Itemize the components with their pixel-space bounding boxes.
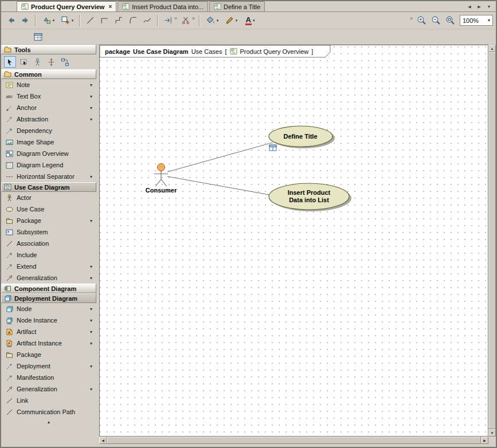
palette-item-generalization-deployment[interactable]: Generalization ▾ <box>1 383 96 395</box>
stick-figure-tool-button[interactable] <box>32 56 44 68</box>
diagram-icon <box>122 3 130 10</box>
font-color-button[interactable]: A ▾ <box>241 14 259 27</box>
shapes-dropdown-button[interactable]: ▾ <box>39 14 57 27</box>
bent-path-button[interactable] <box>112 14 126 27</box>
chevron-down-icon[interactable]: ▾ <box>88 218 94 223</box>
tab-insert-product-data[interactable]: Insert Product Data into... <box>118 1 208 11</box>
distribute-tool-button[interactable] <box>45 56 57 68</box>
zoom-out-button[interactable] <box>429 14 443 27</box>
palette-section-use-case-diagram[interactable]: Use Case Diagram <box>1 182 96 192</box>
palette-item-subsystem[interactable]: Subsystem ▾ <box>1 226 96 238</box>
fill-color-button[interactable]: ▾ <box>203 14 221 27</box>
zoom-in-button[interactable] <box>414 14 428 27</box>
palette-item-link[interactable]: Link ▾ <box>1 395 96 406</box>
oblique-path-button[interactable] <box>83 14 97 27</box>
insert-shape-dropdown-button[interactable]: ▾ <box>58 14 76 27</box>
palette-item-image-shape[interactable]: Image Shape ▾ <box>1 136 96 148</box>
package-icon <box>5 351 13 359</box>
palette-item-anchor[interactable]: Anchor ▾ <box>1 102 96 113</box>
palette-item-use-case[interactable]: Use Case ▾ <box>1 203 96 215</box>
palette-item-generalization[interactable]: Generalization ▾ <box>1 272 96 284</box>
palette-section-common[interactable]: Common <box>1 69 96 79</box>
grid-toggle-button[interactable] <box>31 30 45 44</box>
palette-item-artifact-instance[interactable]: A Artifact Instance ▾ <box>1 337 96 349</box>
overflow-chevron-icon[interactable]: » <box>192 15 195 21</box>
scroll-tabs-right-button[interactable]: ▶ <box>475 3 483 10</box>
zoom-fit-button[interactable] <box>443 14 457 27</box>
vertical-scroll-thumb[interactable] <box>488 52 496 429</box>
link-badge-icon[interactable] <box>269 145 276 151</box>
palette-section-deployment-diagram[interactable]: Deployment Diagram <box>1 293 96 303</box>
scroll-left-button[interactable]: ◀ <box>99 437 107 444</box>
tab-list-button[interactable]: ▼ <box>485 3 493 10</box>
tab-define-a-title[interactable]: Define a Title <box>209 1 265 11</box>
scroll-up-button[interactable]: ▲ <box>488 45 496 52</box>
chevron-down-icon[interactable]: ▾ <box>88 264 94 269</box>
use-case-insert-product-data[interactable]: Insert Product Data into List <box>269 183 351 211</box>
canvas-zone: Define Title Insert Product Data into Li… <box>96 45 496 447</box>
chevron-down-icon[interactable]: ▾ <box>88 94 94 99</box>
horizontal-scrollbar[interactable]: ◀ ▶ <box>99 437 488 444</box>
zoom-level-select[interactable]: 100% ▾ <box>460 15 493 26</box>
marquee-tool-button[interactable] <box>18 56 30 68</box>
actor-consumer[interactable]: Consumer <box>146 164 177 194</box>
diagram-canvas[interactable]: Define Title Insert Product Data into Li… <box>99 45 488 437</box>
chevron-down-icon[interactable]: ▾ <box>88 329 94 335</box>
close-tab-button[interactable]: × <box>107 4 112 10</box>
association-line-1[interactable] <box>167 143 272 172</box>
vertical-scrollbar[interactable]: ▲ ▼ <box>488 45 496 437</box>
association-line-2[interactable] <box>167 176 269 195</box>
palette-item-package[interactable]: Package ▾ <box>1 215 96 226</box>
chevron-down-icon[interactable]: ▾ <box>88 105 94 111</box>
palette-item-actor[interactable]: Actor ▾ <box>1 192 96 203</box>
palette-item-deployment[interactable]: Deployment ▾ <box>1 360 96 372</box>
pen-color-button[interactable]: ▾ <box>222 14 240 27</box>
palette-item-extend[interactable]: Extend ▾ <box>1 261 96 272</box>
palette-item-include[interactable]: Include ▾ <box>1 249 96 261</box>
back-button[interactable] <box>4 14 18 27</box>
scroll-down-button[interactable]: ▼ <box>488 429 496 437</box>
use-case-define-title[interactable]: Define Title <box>269 126 335 148</box>
palette-scroll-up-button[interactable]: ▲ <box>1 418 96 426</box>
chevron-down-icon[interactable]: ▾ <box>88 387 94 392</box>
rounded-path-button[interactable] <box>126 14 140 27</box>
chevron-down-icon[interactable]: ▾ <box>88 174 94 179</box>
scroll-tabs-left-button[interactable]: ◀ <box>465 3 473 10</box>
palette-section-title: Deployment Diagram <box>14 295 77 302</box>
palette-item-node[interactable]: Node ▾ <box>1 303 96 315</box>
palette-item-abstraction[interactable]: Abstraction ▾ <box>1 113 96 125</box>
palette-item-diagram-legend[interactable]: Diagram Legend ▾ <box>1 159 96 171</box>
palette-item-artifact[interactable]: A Artifact ▾ <box>1 326 96 337</box>
horizontal-scroll-thumb[interactable] <box>107 437 481 444</box>
chevron-down-icon[interactable]: ▾ <box>88 364 94 369</box>
palette-item-manifestation[interactable]: Manifestation ▾ <box>1 372 96 383</box>
palette-item-association[interactable]: Association ▾ <box>1 238 96 249</box>
arrow-style-button[interactable] <box>161 14 175 27</box>
palette-item-diagram-overview[interactable]: Diagram Overview ▾ <box>1 148 96 159</box>
tab-product-query-overview[interactable]: Product Query Overview × <box>17 1 116 11</box>
palette-item-note[interactable]: Note ▾ <box>1 79 96 91</box>
rectilinear-path-button[interactable] <box>97 14 111 27</box>
cut-button[interactable] <box>179 14 193 27</box>
palette-item-dependency[interactable]: Dependency ▾ <box>1 125 96 136</box>
palette-section-tools[interactable]: Tools <box>1 45 96 54</box>
overflow-chevron-icon[interactable]: » <box>174 15 177 21</box>
palette-item-horizontal-separator[interactable]: Horizontal Separator ▾ <box>1 171 96 182</box>
scroll-right-button[interactable]: ▶ <box>481 437 488 444</box>
layout-tool-button[interactable] <box>59 56 71 68</box>
forward-button[interactable] <box>18 14 32 27</box>
chevron-down-icon[interactable]: ▾ <box>88 82 94 88</box>
palette-item-text-box[interactable]: abc Text Box ▾ <box>1 91 96 102</box>
chevron-down-icon[interactable]: ▾ <box>88 276 94 281</box>
chevron-down-icon[interactable]: ▾ <box>88 318 94 323</box>
pointer-tool-button[interactable] <box>4 56 16 68</box>
chevron-down-icon[interactable]: ▾ <box>88 306 94 312</box>
toolbar-overflow-chevron[interactable]: » <box>410 15 413 21</box>
palette-item-communication-path[interactable]: Communication Path ▾ <box>1 406 96 418</box>
spline-path-button[interactable] <box>140 14 154 27</box>
palette-item-package-deployment[interactable]: Package ▾ <box>1 349 96 360</box>
palette-section-component-diagram[interactable]: Component Diagram <box>1 284 96 293</box>
chevron-down-icon[interactable]: ▾ <box>88 341 94 346</box>
palette-item-node-instance[interactable]: Node Instance ▾ <box>1 315 96 326</box>
chevron-down-icon[interactable]: ▾ <box>88 117 94 122</box>
